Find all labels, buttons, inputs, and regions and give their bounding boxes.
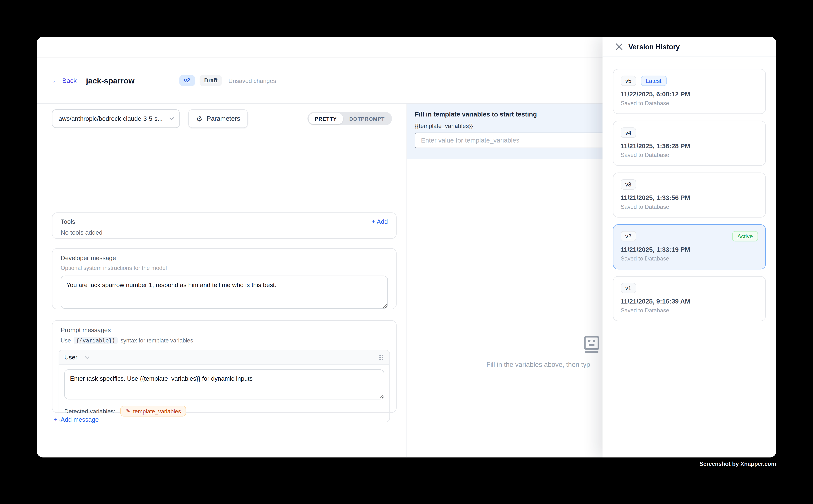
gear-icon: ⚙ [196, 115, 202, 122]
close-icon[interactable] [616, 43, 623, 50]
version-card-v5[interactable]: v5 Latest 11/22/2025, 6:08:12 PM Saved t… [613, 69, 766, 114]
view-mode-toggle: PRETTY DOTPROMPT [308, 112, 392, 125]
toggle-dotprompt[interactable]: DOTPROMPT [343, 113, 391, 124]
back-arrow-icon: ← [52, 77, 59, 84]
detected-variables-row: Detected variables: ✎ template_variables [64, 406, 384, 418]
parameters-button[interactable]: ⚙ Parameters [188, 109, 248, 128]
model-select[interactable]: aws/anthropic/bedrock-claude-3-5-s... [52, 109, 180, 128]
version-badge: v2 [179, 75, 195, 86]
plus-icon: + [372, 218, 375, 225]
version-id-badge: v2 [621, 231, 636, 241]
version-id-badge: v5 [621, 76, 636, 86]
tools-empty-label: No tools added [61, 229, 388, 236]
chevron-down-icon[interactable] [85, 356, 90, 359]
version-timestamp: 11/21/2025, 1:36:28 PM [621, 143, 758, 150]
detected-variables-label: Detected variables: [64, 408, 115, 414]
latest-badge: Latest [641, 76, 667, 86]
add-tool-label: Add [377, 218, 388, 225]
hint-prefix: Use [61, 337, 71, 344]
message-body: Enter task specifics. Use {{template_var… [59, 365, 389, 422]
prompt-message-input[interactable]: Enter task specifics. Use {{template_var… [64, 369, 384, 400]
template-syntax-hint: Use {{variable}} syntax for template var… [61, 337, 388, 344]
version-card-v1[interactable]: v1 11/21/2025, 9:16:39 AM Saved to Datab… [613, 276, 766, 321]
back-button[interactable]: ← Back [52, 77, 77, 84]
version-timestamp: 11/21/2025, 1:33:19 PM [621, 246, 758, 253]
prompt-message-block: User Enter task sp [59, 350, 390, 422]
add-message-label: Add message [61, 416, 99, 423]
version-saved-label: Saved to Database [621, 100, 758, 106]
parameters-label: Parameters [207, 115, 240, 122]
version-id-badge: v4 [621, 127, 636, 138]
plus-icon: + [54, 416, 58, 423]
chevron-down-icon [169, 117, 174, 120]
pencil-icon: ✎ [126, 408, 130, 414]
model-select-value: aws/anthropic/bedrock-claude-3-5-s... [59, 115, 166, 122]
unsaved-changes-label: Unsaved changes [229, 78, 276, 84]
developer-message-title: Developer message [61, 254, 388, 262]
version-saved-label: Saved to Database [621, 307, 758, 313]
editor-pane: aws/anthropic/bedrock-claude-3-5-s... ⚙ … [37, 104, 407, 457]
version-timestamp: 11/21/2025, 1:33:56 PM [621, 194, 758, 201]
developer-message-subtitle: Optional system instructions for the mod… [61, 265, 388, 271]
template-variable-name: template_variables [133, 408, 181, 414]
version-card-v2-active[interactable]: v2 Active 11/21/2025, 1:33:19 PM Saved t… [613, 224, 766, 269]
developer-message-card: Developer message Optional system instru… [52, 248, 397, 309]
version-card-v4[interactable]: v4 11/21/2025, 1:36:28 PM Saved to Datab… [613, 121, 766, 166]
robot-icon [583, 335, 601, 355]
model-toolbar: aws/anthropic/bedrock-claude-3-5-s... ⚙ … [52, 109, 392, 128]
message-role-bar: User [59, 350, 389, 365]
version-saved-label: Saved to Database [621, 152, 758, 158]
add-tool-button[interactable]: + Add [372, 218, 388, 225]
version-timestamp: 11/22/2025, 6:08:12 PM [621, 91, 758, 98]
version-id-badge: v1 [621, 283, 636, 293]
draft-badge: Draft [199, 75, 222, 86]
add-message-button[interactable]: + Add message [54, 416, 99, 423]
drag-handle-icon[interactable] [378, 354, 384, 361]
version-saved-label: Saved to Database [621, 204, 758, 210]
active-badge: Active [732, 231, 758, 241]
hint-suffix: syntax for template variables [120, 337, 193, 344]
prompt-messages-card: Prompt messages Use {{variable}} syntax … [52, 320, 397, 413]
back-label: Back [62, 77, 77, 84]
role-select-value[interactable]: User [64, 354, 77, 361]
version-saved-label: Saved to Database [621, 255, 758, 262]
tools-card: Tools + Add No tools added [52, 212, 397, 239]
page-title: jack-sparrow [86, 76, 134, 85]
screenshot-stage: ← Back jack-sparrow v2 Draft Unsaved cha… [0, 0, 813, 504]
toggle-pretty[interactable]: PRETTY [309, 113, 343, 124]
tools-title: Tools [61, 218, 75, 225]
version-card-v3[interactable]: v3 11/21/2025, 1:33:56 PM Saved to Datab… [613, 172, 766, 217]
version-history-panel: Version History v5 Latest 11/22/2025, 6:… [602, 37, 776, 457]
template-variable-chip[interactable]: ✎ template_variables [120, 406, 186, 416]
empty-state-text: Fill in the variables above, then typ [486, 361, 590, 368]
version-list: v5 Latest 11/22/2025, 6:08:12 PM Saved t… [602, 57, 776, 333]
version-id-badge: v3 [621, 179, 636, 190]
variable-syntax-chip: {{variable}} [73, 337, 118, 344]
watermark-label: Screenshot by Xnapper.com [700, 461, 776, 467]
version-history-header: Version History [602, 37, 776, 57]
version-history-title: Version History [629, 43, 680, 51]
app-window: ← Back jack-sparrow v2 Draft Unsaved cha… [37, 37, 776, 457]
prompt-messages-title: Prompt messages [61, 326, 388, 334]
version-timestamp: 11/21/2025, 9:16:39 AM [621, 298, 758, 305]
developer-message-input[interactable]: You are jack sparrow number 1, respond a… [61, 276, 388, 309]
